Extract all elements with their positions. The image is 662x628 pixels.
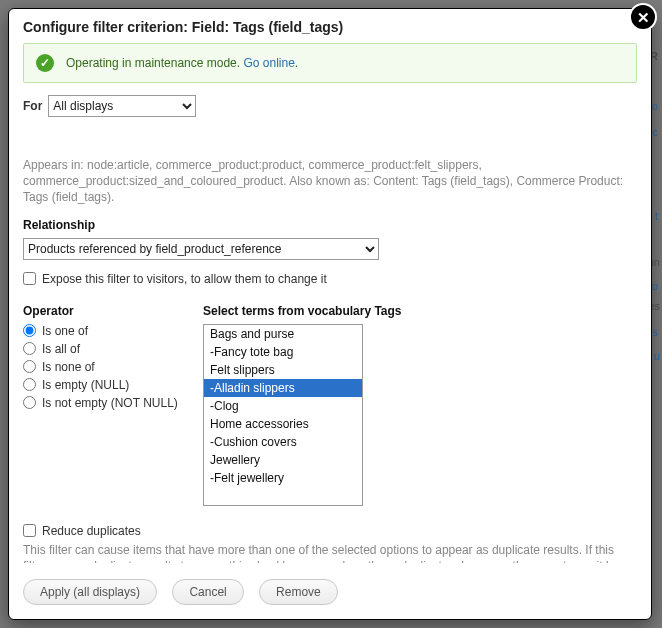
bg-hint: t	[655, 210, 658, 222]
operator-label: Operator	[23, 304, 193, 318]
operator-option: Is empty (NULL)	[23, 378, 193, 392]
operator-option-label: Is all of	[42, 342, 80, 356]
for-label: For	[23, 99, 42, 113]
expose-row: Expose this filter to visitors, to allow…	[23, 272, 635, 286]
reduce-label: Reduce duplicates	[42, 524, 141, 538]
expose-label: Expose this filter to visitors, to allow…	[42, 272, 327, 286]
term-option[interactable]: Felt slippers	[204, 361, 362, 379]
operator-option: Is one of	[23, 324, 193, 338]
operator-column: Operator Is one ofIs all ofIs none ofIs …	[23, 300, 193, 414]
status-bar: ✓ Operating in maintenance mode. Go onli…	[23, 43, 637, 83]
term-option[interactable]: -Clog	[204, 397, 362, 415]
terms-column: Select terms from vocabulary Tags Bags a…	[203, 300, 402, 506]
close-button[interactable]: ✕	[629, 3, 657, 31]
operator-option: Is not empty (NOT NULL)	[23, 396, 193, 410]
reduce-help: This filter can cause items that have mo…	[23, 542, 635, 563]
operator-option-label: Is one of	[42, 324, 88, 338]
relationship-select[interactable]: Products referenced by field_product_ref…	[23, 238, 379, 260]
terms-listbox[interactable]: Bags and purse-Fancy tote bagFelt slippe…	[203, 324, 363, 506]
term-option[interactable]: Jewellery	[204, 451, 362, 469]
operator-option: Is all of	[23, 342, 193, 356]
modal-title: Configure filter criterion: Field: Tags …	[9, 9, 651, 43]
reduce-block: Reduce duplicates This filter can cause …	[23, 524, 635, 563]
term-option[interactable]: Home accessories	[204, 415, 362, 433]
operator-option-label: Is none of	[42, 360, 95, 374]
remove-button[interactable]: Remove	[259, 579, 338, 605]
expose-checkbox[interactable]	[23, 272, 36, 285]
operator-option: Is none of	[23, 360, 193, 374]
appears-in-text: Appears in: node:article, commerce_produ…	[23, 157, 635, 206]
reduce-checkbox[interactable]	[23, 524, 36, 537]
status-text: Operating in maintenance mode. Go online…	[66, 56, 298, 70]
operator-option-label: Is not empty (NOT NULL)	[42, 396, 178, 410]
term-option[interactable]: Bags and purse	[204, 325, 362, 343]
operator-radio[interactable]	[23, 396, 36, 409]
operator-radios: Is one ofIs all ofIs none ofIs empty (NU…	[23, 324, 193, 410]
relationship-label: Relationship	[23, 218, 635, 232]
check-icon: ✓	[36, 54, 54, 72]
for-select[interactable]: All displays	[48, 95, 196, 117]
for-row: For All displays	[9, 95, 651, 125]
footer: Apply (all displays) Cancel Remove	[9, 569, 651, 619]
cancel-button[interactable]: Cancel	[172, 579, 243, 605]
modal: ✕ Configure filter criterion: Field: Tag…	[8, 8, 652, 620]
operator-radio[interactable]	[23, 324, 36, 337]
term-option[interactable]: -Felt jewellery	[204, 469, 362, 487]
apply-button[interactable]: Apply (all displays)	[23, 579, 157, 605]
stage: No asic t umn No gs nt u es R ✕ Configur…	[0, 0, 662, 628]
go-online-link[interactable]: Go online	[243, 56, 294, 70]
operator-radio[interactable]	[23, 360, 36, 373]
terms-label: Select terms from vocabulary Tags	[203, 304, 402, 318]
term-option[interactable]: -Fancy tote bag	[204, 343, 362, 361]
term-option[interactable]: -Cushion covers	[204, 433, 362, 451]
body-scroll[interactable]: Appears in: node:article, commerce_produ…	[23, 155, 645, 563]
close-icon: ✕	[637, 10, 650, 25]
operator-radio[interactable]	[23, 378, 36, 391]
operator-radio[interactable]	[23, 342, 36, 355]
operator-option-label: Is empty (NULL)	[42, 378, 129, 392]
term-option[interactable]: -Alladin slippers	[204, 379, 362, 397]
